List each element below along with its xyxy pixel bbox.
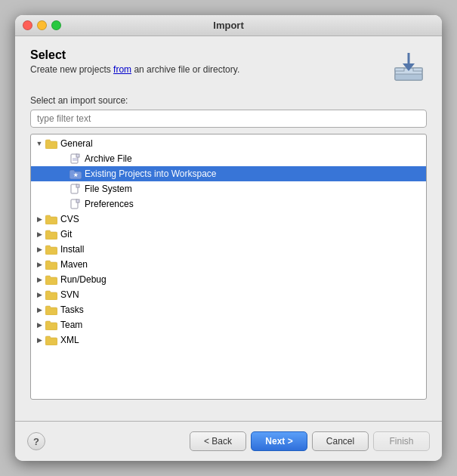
arrow-maven [34,259,45,270]
svg-text:★: ★ [73,172,79,178]
tree-item-label-install: Install [60,244,84,255]
tree-item-tasks[interactable]: Tasks [31,302,426,317]
next-button[interactable]: Next > [251,431,307,451]
folder-icon-run-debug [45,274,58,285]
tree-item-install[interactable]: Install [31,242,426,257]
tree-item-label-general: General [60,138,93,149]
description-link: from [113,64,131,75]
folder-icon-maven [45,259,58,270]
import-dialog: Import Select Create new projects from a… [15,15,442,461]
folder-icon-team [45,320,58,330]
tree-item-label-team: Team [60,320,82,330]
header-text: Select Create new projects from an archi… [30,48,239,75]
tree-item-label-cvs: CVS [60,214,79,224]
folder-icon-svn [45,289,58,300]
arrow-tasks [34,304,45,315]
window-controls [23,20,61,30]
folder-icon-git [45,229,58,240]
tree-item-svn[interactable]: SVN [31,287,426,302]
tree-item-label-tasks: Tasks [60,304,84,315]
filter-label: Select an import source: [30,95,427,106]
filter-input[interactable] [30,110,427,128]
tree-item-git[interactable]: Git [31,227,426,242]
svg-rect-1 [395,74,422,80]
arrow-cvs [34,214,45,224]
folder-icon-general [45,138,58,149]
svg-rect-12 [76,184,79,187]
folder-icon-xml [45,335,58,345]
svg-rect-7 [76,154,79,157]
close-button[interactable] [23,20,32,30]
spacer-arrow-2 [58,168,69,179]
tree-item-label-svn: SVN [60,289,79,300]
arrow-general [34,138,45,149]
tree-item-label-xml: XML [60,335,79,345]
tree-item-label-archive: Archive File [85,153,132,164]
nav-buttons: < Back Next > Cancel Finish [190,431,430,451]
tree-item-preferences[interactable]: Preferences [31,196,426,212]
import-icon [391,48,427,85]
folder-icon-existing: ★ [69,168,82,179]
file-icon-archive [69,153,82,164]
finish-button[interactable]: Finish [373,431,430,451]
tree-item-file-system[interactable]: File System [31,181,426,196]
tree-item-label-run-debug: Run/Debug [60,274,107,285]
tree-item-archive-file[interactable]: Archive File [31,151,426,166]
title-bar: Import [15,15,442,36]
window-title: Import [213,20,243,31]
svg-rect-4 [395,68,404,71]
file-icon-filesystem [69,184,82,194]
tree-item-label-preferences: Preferences [85,199,134,209]
tree-item-general[interactable]: General [31,136,426,151]
content-area: Select Create new projects from an archi… [15,36,442,412]
tree-container: General Archive File [30,134,427,400]
help-button[interactable]: ? [27,432,45,450]
tree-item-cvs[interactable]: CVS [31,212,426,227]
spacer-arrow-3 [58,184,69,194]
folder-icon-tasks [45,304,58,315]
file-icon-preferences [69,199,82,209]
arrow-run-debug [34,274,45,285]
folder-icon-install [45,244,58,255]
svg-rect-14 [76,199,79,202]
tree-item-xml[interactable]: XML [31,332,426,348]
tree-item-existing-projects[interactable]: ★ Existing Projects into Workspace [31,166,426,181]
maximize-button[interactable] [51,20,61,30]
minimize-button[interactable] [37,20,47,30]
svg-rect-5 [413,68,422,71]
page-title: Select [30,48,239,62]
tree-item-maven[interactable]: Maven [31,257,426,272]
header-section: Select Create new projects from an archi… [30,48,427,85]
arrow-team [34,320,45,330]
back-button[interactable]: < Back [190,431,246,451]
arrow-svn [34,289,45,300]
arrow-git [34,229,45,240]
cancel-button[interactable]: Cancel [312,431,369,451]
arrow-xml [34,335,45,345]
folder-icon-cvs [45,214,58,224]
tree-item-run-debug[interactable]: Run/Debug [31,272,426,287]
spacer-arrow-4 [58,199,69,209]
tree-item-label-git: Git [60,229,72,240]
page-description: Create new projects from an archive file… [30,64,239,75]
arrow-install [34,244,45,255]
tree-item-team[interactable]: Team [31,317,426,332]
spacer-arrow [58,153,69,164]
button-bar: ? < Back Next > Cancel Finish [15,422,442,461]
tree-item-label-maven: Maven [60,259,88,270]
tree-item-label-existing: Existing Projects into Workspace [85,168,217,179]
tree-item-label-filesystem: File System [85,184,132,194]
